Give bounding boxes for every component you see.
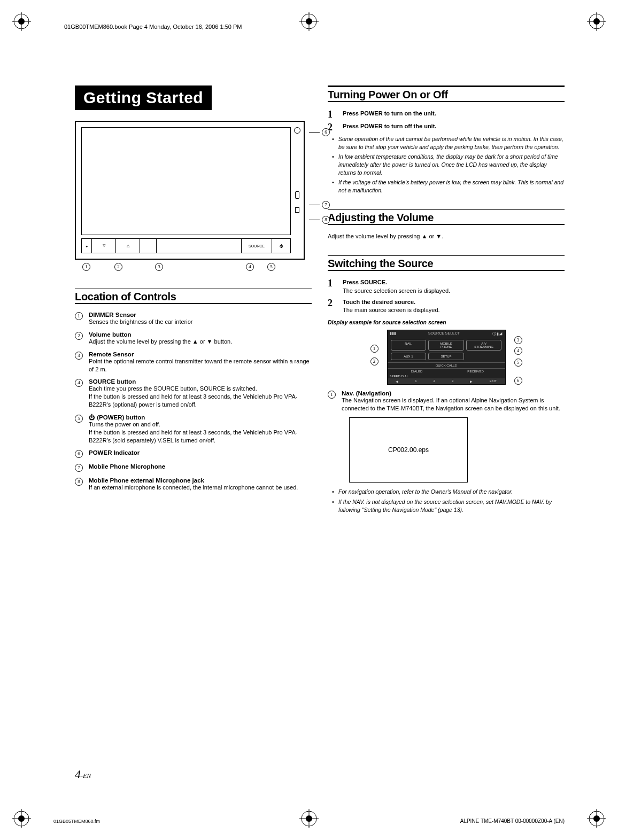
crop-mark-icon [298,11,320,32]
dimmer-sensor-icon: ● [82,239,92,253]
device-figure: ● ▽ △ SOURCE ⏻ [75,121,305,260]
power-step-1-text: Press POWER to turn on the unit. [343,110,436,116]
callout-src-3: 3 [514,336,522,344]
nav-item-desc: The Navigation screen is displayed. If a… [342,396,565,413]
eps-placeholder: CP002.00.eps [349,417,468,483]
footer-right: ALPINE TME-M740BT 00-00000Z00-A (EN) [460,818,565,824]
step-number: 2 [328,298,336,315]
power-step-2: 2 Press POWER to turn off the unit. [328,122,565,132]
footer-left: 01GB05TMEM860.fm [53,819,100,824]
chapter-title: Getting Started [75,85,212,110]
volume-down-button[interactable]: ▽ [92,239,116,253]
callout-1: 1 [82,263,90,271]
control-title: Volume button [89,331,312,338]
source-step-1-title: Press SOURCE. [343,279,387,285]
controls-list: 1 DIMMER Sensor Senses the brightness of… [75,312,312,492]
page-number: 4-EN [75,767,91,781]
nav-notes-list: For navigation operation, refer to the O… [328,488,565,514]
source-step-2: 2 Touch the desired source. The main sou… [328,298,565,315]
screen-title: SOURCE SELECT [428,331,460,337]
quick-calls-label: QUICK CALLS [388,362,505,368]
source-option-button[interactable]: MOBILEPHONE [428,340,464,351]
footer-button[interactable]: ◀ [396,379,398,383]
control-desc: Each time you press the SOURCE button, S… [89,385,312,409]
volume-up-button[interactable]: △ [116,239,140,253]
quick-calls-tab[interactable]: DIALED [388,368,446,374]
left-column: Getting Started ● ▽ △ SOURCE ⏻ [75,85,312,516]
source-option-button[interactable]: SETUP [428,353,464,360]
callout-7: 7 [309,201,330,209]
footer-button[interactable]: ▶ [470,379,473,383]
section-location-title: Location of Controls [75,289,312,304]
callout-6: 6 [309,128,330,136]
footer-button[interactable]: 2 [434,379,435,383]
source-option-button[interactable]: AUX 1 [391,353,427,360]
footer-button[interactable]: 1 [415,379,416,383]
callout-src-6: 6 [514,377,522,385]
footer-button[interactable]: EXIT [490,379,497,383]
quick-calls-tab[interactable]: RECEIVED [446,368,505,374]
callout-src-4: 4 [514,347,522,355]
power-step-2-text: Press POWER to turn off the unit. [343,123,436,129]
example-caption: Display example for source selection scr… [328,319,565,325]
crop-mark-icon [298,808,320,829]
control-item: 5 ⏻ (POWER) button Turns the power on an… [75,414,312,445]
note-item: In low ambient temperature conditions, t… [334,153,565,176]
control-item: 8 Mobile Phone external Microphone jack … [75,477,312,492]
framemaker-header: 01GB00TMEM860.book Page 4 Monday, Octobe… [64,24,242,30]
spacer [157,239,241,253]
control-title: SOURCE button [89,378,312,385]
crop-mark-icon [586,808,607,829]
control-title: Mobile Phone external Microphone jack [89,477,312,484]
remote-sensor-icon [140,239,157,253]
bottom-callouts: 1 2 3 4 5 [75,263,312,274]
mic-jack-icon [295,207,299,213]
note-item: If the NAV. is not displayed on the sour… [334,498,565,514]
source-button[interactable]: SOURCE [241,239,272,253]
power-indicator-icon [294,127,300,134]
control-title: DIMMER Sensor [89,312,312,318]
source-step-1-desc: The source selection screen is displayed… [343,287,450,294]
battery-icon: ▮▮▮ [390,331,396,337]
callout-src-5: 5 [514,359,522,367]
callout-2: 2 [114,263,122,271]
callout-src-1: 1 [370,345,378,353]
section-power-title: Turning Power On or Off [328,85,565,102]
screen-footer: ◀123▶EXIT [388,378,505,384]
quick-calls-tabs: DIALEDRECEIVED [388,368,505,374]
source-step-1: 1 Press SOURCE. The source selection scr… [328,278,565,295]
callout-8: 8 [309,216,330,224]
crop-mark-icon [11,11,32,32]
control-title: Remote Sensor [89,351,312,357]
eps-label: CP002.00.eps [388,446,429,454]
control-desc: If an external microphone is connected, … [89,484,312,492]
section-source-title: Switching the Source [328,255,565,271]
note-item: If the voltage of the vehicle's battery … [334,178,565,194]
volume-instruction-text: Adjust the volume level by pressing ▲ or… [328,233,443,239]
crop-mark-icon [586,11,607,32]
control-title: ⏻ (POWER) button [89,414,312,421]
callout-src-2: 2 [370,357,378,365]
control-item: 2 Volume button Adjust the volume level … [75,331,312,346]
source-option-button[interactable]: A.VSTREAMING [466,340,502,351]
footer-button[interactable]: 3 [452,379,453,383]
callout-5: 5 [267,263,275,271]
mic-hole-icon [295,191,299,199]
step-number: 1 [328,278,336,295]
right-column: Turning Power On or Off 1 Press POWER to… [328,85,565,516]
control-item: 7 Mobile Phone Microphone [75,463,312,472]
note-item: For navigation operation, refer to the O… [334,488,565,496]
content-area: Getting Started ● ▽ △ SOURCE ⏻ [75,85,565,516]
page-number-suffix: -EN [81,772,91,780]
section-volume-title: Adjusting the Volume [328,209,565,225]
source-option-button[interactable]: NAV. [391,340,427,351]
device-screen-icon [81,127,291,235]
control-desc: Adjust the volume level by pressing the … [89,338,312,346]
page-number-main: 4 [75,767,81,781]
nav-item: 1 Nav. (Navigation) The Navigation scree… [328,390,565,413]
control-item: 3 Remote Sensor Point the optional remot… [75,351,312,374]
control-item: 1 DIMMER Sensor Senses the brightness of… [75,312,312,326]
power-button[interactable]: ⏻ [272,239,290,253]
source-select-screen: ▮▮▮ SOURCE SELECT ⓘ ▮◢ NAV.MOBILEPHONEA.… [387,330,506,385]
speed-dial-label: SPEED DIAL [388,374,505,378]
